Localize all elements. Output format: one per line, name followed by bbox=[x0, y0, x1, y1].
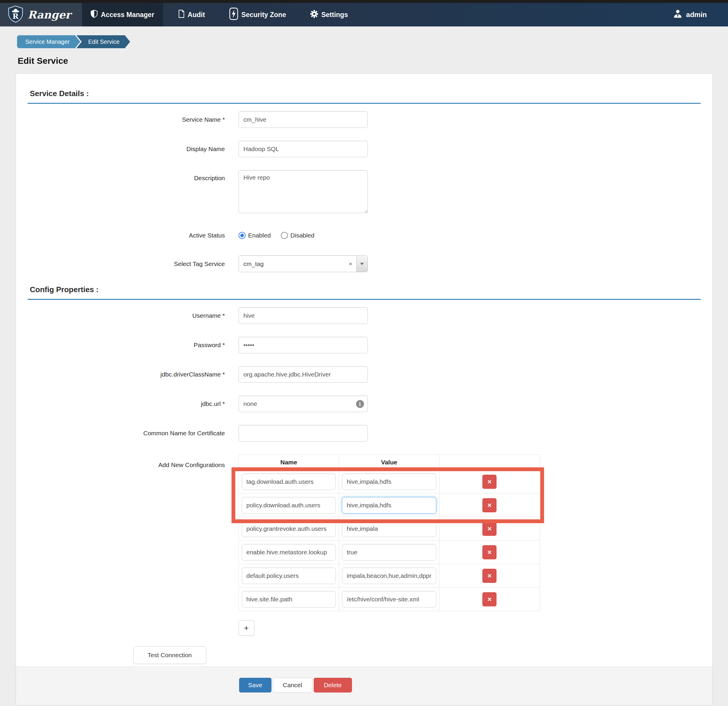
tag-service-value: cm_tag bbox=[239, 260, 264, 268]
config-table-row: × bbox=[238, 470, 540, 493]
password-label: Password * bbox=[16, 341, 225, 349]
display-name-label: Display Name bbox=[16, 146, 225, 153]
svg-text:R: R bbox=[13, 12, 19, 20]
dropdown-arrow-icon[interactable] bbox=[356, 256, 367, 272]
radio-disabled[interactable]: Disabled bbox=[281, 232, 315, 239]
config-name-input[interactable] bbox=[242, 591, 336, 608]
nav-label: Security Zone bbox=[241, 11, 286, 19]
config-name-header: Name bbox=[238, 455, 339, 470]
delete-row-button[interactable]: × bbox=[482, 592, 497, 606]
nav-user-menu[interactable]: admin bbox=[673, 3, 707, 26]
username-label: admin bbox=[686, 10, 707, 19]
config-value-input[interactable] bbox=[342, 521, 436, 537]
jdbc-driver-input[interactable] bbox=[238, 366, 368, 383]
username-input[interactable] bbox=[238, 307, 368, 324]
config-name-input[interactable] bbox=[242, 473, 336, 490]
config-value-input[interactable] bbox=[342, 544, 436, 560]
radio-disabled-label: Disabled bbox=[290, 232, 315, 239]
radio-enabled-icon[interactable] bbox=[238, 232, 246, 239]
cancel-button[interactable]: Cancel bbox=[273, 678, 312, 693]
clear-icon[interactable]: × bbox=[345, 261, 356, 267]
jdbc-driver-label: jdbc.driverClassName * bbox=[16, 371, 225, 378]
jdbc-url-label: jdbc.url * bbox=[16, 400, 225, 407]
nav-access-manager[interactable]: Access Manager bbox=[82, 3, 163, 26]
config-name-input[interactable] bbox=[242, 497, 336, 514]
config-table-row: × bbox=[238, 564, 540, 587]
config-table-row: × bbox=[238, 493, 540, 517]
user-icon bbox=[673, 9, 682, 20]
ranger-logo-icon: R bbox=[8, 6, 23, 24]
config-name-input[interactable] bbox=[242, 521, 336, 537]
section-divider bbox=[27, 103, 701, 104]
config-value-header: Value bbox=[339, 455, 439, 470]
config-name-input[interactable] bbox=[242, 567, 336, 584]
delete-row-button[interactable]: × bbox=[482, 545, 497, 559]
description-textarea[interactable]: Hive repo bbox=[238, 170, 368, 213]
add-new-configurations-label: Add New Configurations bbox=[16, 454, 225, 469]
radio-disabled-icon[interactable] bbox=[281, 232, 288, 239]
config-table-row: × bbox=[238, 517, 540, 541]
shield-icon bbox=[91, 10, 98, 20]
active-status-label: Active Status bbox=[16, 232, 225, 239]
config-name-input[interactable] bbox=[242, 544, 336, 560]
test-connection-button[interactable]: Test Connection bbox=[133, 646, 206, 664]
description-label: Description bbox=[16, 170, 225, 182]
breadcrumb-edit-service[interactable]: Edit Service bbox=[77, 35, 130, 48]
nav-label: Access Manager bbox=[101, 11, 154, 19]
password-input[interactable] bbox=[238, 337, 368, 353]
navbar: R Ranger Access Manager Audit bbox=[0, 3, 728, 26]
username-label: Username * bbox=[16, 312, 225, 319]
radio-enabled[interactable]: Enabled bbox=[238, 232, 271, 239]
config-table-row: × bbox=[238, 587, 540, 611]
top-strip bbox=[0, 0, 728, 3]
gear-icon bbox=[310, 10, 318, 20]
delete-row-button[interactable]: × bbox=[482, 498, 497, 512]
edit-service-form: Service Details : Service Name * Display… bbox=[16, 74, 713, 705]
config-value-input[interactable] bbox=[342, 497, 436, 514]
config-table-row: × bbox=[238, 541, 540, 564]
config-action-header bbox=[439, 455, 540, 470]
delete-row-button[interactable]: × bbox=[482, 475, 497, 489]
page-title: Edit Service bbox=[17, 56, 728, 66]
document-icon bbox=[178, 10, 185, 20]
nav-label: Audit bbox=[188, 11, 205, 19]
service-name-label: Service Name * bbox=[16, 116, 225, 123]
ranger-brand[interactable]: R Ranger bbox=[0, 3, 82, 26]
breadcrumb-service-manager[interactable]: Service Manager bbox=[17, 35, 80, 48]
service-name-input[interactable] bbox=[238, 111, 368, 128]
delete-row-button[interactable]: × bbox=[482, 522, 497, 536]
config-rows: × × × × × × bbox=[238, 470, 540, 611]
nav-audit[interactable]: Audit bbox=[169, 3, 214, 26]
config-value-input[interactable] bbox=[342, 591, 436, 608]
delete-button[interactable]: Delete bbox=[314, 678, 352, 693]
tag-service-select[interactable]: cm_tag × bbox=[238, 255, 368, 272]
add-config-button[interactable]: + bbox=[238, 621, 254, 636]
config-value-input[interactable] bbox=[342, 473, 436, 490]
radio-enabled-label: Enabled bbox=[248, 232, 271, 239]
nav-security-zone[interactable]: Security Zone bbox=[220, 3, 295, 26]
service-details-heading: Service Details : bbox=[30, 74, 701, 98]
config-properties-heading: Config Properties : bbox=[30, 282, 701, 294]
save-button[interactable]: Save bbox=[239, 678, 272, 693]
zone-bolt-icon bbox=[229, 7, 238, 22]
common-name-label: Common Name for Certificate bbox=[16, 430, 225, 437]
config-table-wrap: Name Value × × × × × × bbox=[238, 454, 540, 611]
section-divider bbox=[27, 299, 701, 300]
config-value-input[interactable] bbox=[342, 567, 436, 584]
display-name-input[interactable] bbox=[238, 141, 368, 157]
nav-settings[interactable]: Settings bbox=[302, 3, 357, 26]
brand-name: Ranger bbox=[27, 9, 71, 21]
form-actions-bar: Save Cancel Delete bbox=[16, 666, 712, 705]
tag-service-label: Select Tag Service bbox=[16, 260, 225, 268]
breadcrumb: Service Manager Edit Service bbox=[17, 35, 728, 48]
config-table: Name Value × × × × × × bbox=[238, 454, 540, 611]
jdbc-url-input[interactable] bbox=[238, 396, 368, 412]
delete-row-button[interactable]: × bbox=[482, 569, 497, 583]
active-status-radio-group: Enabled Disabled bbox=[238, 227, 315, 244]
common-name-input[interactable] bbox=[238, 425, 368, 441]
nav-label: Settings bbox=[321, 11, 348, 19]
